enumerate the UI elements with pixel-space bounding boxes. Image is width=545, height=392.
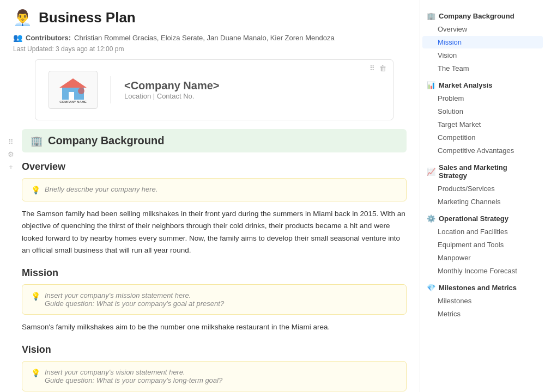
sidebar-group-market-analysis: 📊 Market Analysis Problem Solution Targe… — [420, 78, 545, 157]
sidebar-item-vision[interactable]: Vision — [422, 49, 543, 62]
mission-guide-text: Guide question: What is your company's g… — [45, 299, 224, 308]
sidebar-item-metrics[interactable]: Metrics — [422, 308, 543, 320]
sidebar-item-marketing-channels[interactable]: Marketing Channels — [422, 195, 543, 208]
vision-title: Vision — [22, 344, 407, 356]
sidebar-group-company-background-title[interactable]: 🏢 Company Background — [420, 9, 545, 22]
contributors-label: Contributors: — [26, 34, 71, 42]
page-emoji: 👨‍💼 — [13, 9, 32, 27]
svg-text:COMPANY NAME: COMPANY NAME — [59, 100, 86, 103]
company-background-icon: 🏢 — [31, 135, 43, 147]
add-gutter-icon[interactable]: + — [9, 163, 13, 171]
sidebar-item-manpower[interactable]: Manpower — [422, 252, 543, 264]
mission-section: Mission 💡 Insert your company's mission … — [22, 267, 407, 333]
settings-gutter-icon[interactable]: ⚙ — [8, 150, 14, 158]
sidebar: 🏢 Company Background Overview Mission Vi… — [420, 0, 545, 392]
sidebar-group-operational-strategy-title[interactable]: ⚙️ Operational Strategy — [420, 211, 545, 225]
sidebar-milestones-icon: 💎 — [427, 284, 435, 292]
delete-icon[interactable]: 🗑 — [379, 64, 386, 72]
company-name: <Company Name> — [124, 79, 220, 92]
mission-hint: 💡 Insert your company's mission statemen… — [22, 284, 407, 315]
sidebar-group-sales-marketing-title[interactable]: 📈 Sales and Marketing Strategy — [420, 160, 545, 182]
contributors-row: 👥 Contributors: Christian Rommel Gracias… — [0, 31, 420, 44]
svg-marker-0 — [59, 78, 87, 88]
sidebar-sales-icon: 📈 — [427, 168, 435, 176]
sidebar-group-milestones-metrics: 💎 Milestones and Metrics Milestones Metr… — [420, 280, 545, 320]
drag-gutter-icon[interactable]: ⠿ — [8, 138, 14, 146]
logo-section: ⠿ 🗑 COMPANY NAME <Company Name> — [35, 59, 393, 120]
sidebar-item-solution[interactable]: Solution — [422, 105, 543, 118]
left-gutter: ⠿ ⚙ + — [0, 129, 22, 392]
hint-bulb-icon: 💡 — [31, 186, 40, 194]
mission-hint-text: Insert your company's mission statement … — [45, 291, 224, 299]
overview-section: Overview 💡 Briefly describe your company… — [22, 161, 407, 256]
svg-point-3 — [78, 88, 84, 94]
sidebar-group-market-analysis-title[interactable]: 📊 Market Analysis — [420, 78, 545, 91]
sidebar-company-icon: 🏢 — [427, 12, 435, 20]
overview-hint-text: Briefly describe your company here. — [45, 185, 158, 193]
company-info: <Company Name> Location | Contact No. — [124, 79, 220, 100]
company-sub: Location | Contact No. — [124, 92, 220, 100]
overview-title: Overview — [22, 161, 407, 173]
vision-hint: 💡 Insert your company's vision statement… — [22, 361, 407, 391]
page-title: Business Plan — [39, 9, 136, 26]
sidebar-item-products-services[interactable]: Products/Services — [422, 182, 543, 195]
mission-hint-icon: 💡 — [31, 292, 40, 301]
drag-icon[interactable]: ⠿ — [370, 64, 375, 72]
vision-section: Vision 💡 Insert your company's vision st… — [22, 344, 407, 392]
sidebar-item-problem[interactable]: Problem — [422, 92, 543, 105]
contributors-icon: 👥 — [13, 33, 22, 42]
sidebar-operational-icon: ⚙️ — [427, 215, 435, 223]
overview-hint: 💡 Briefly describe your company here. — [22, 178, 407, 201]
overview-body: The Samson family had been selling milks… — [22, 208, 407, 256]
sidebar-item-target-market[interactable]: Target Market — [422, 118, 543, 131]
vision-hint-icon: 💡 — [31, 369, 40, 377]
sidebar-market-icon: 📊 — [427, 81, 435, 89]
contributors-names: Christian Rommel Gracias, Eloiza Serate,… — [74, 34, 335, 42]
sidebar-item-competitive-advantages[interactable]: Competitive Advantages — [422, 144, 543, 157]
sidebar-item-location-facilities[interactable]: Location and Facilities — [422, 225, 543, 238]
last-updated: Last Updated: 3 days ago at 12:00 pm — [0, 44, 420, 59]
svg-rect-2 — [69, 92, 74, 100]
mission-body: Samson's family milkshakes aim to be the… — [22, 321, 407, 333]
vision-hint-text: Insert your company's vision statement h… — [45, 368, 222, 376]
sidebar-group-milestones-metrics-title[interactable]: 💎 Milestones and Metrics — [420, 280, 545, 294]
company-background-header: 🏢 Company Background — [22, 129, 407, 152]
sidebar-item-overview[interactable]: Overview — [422, 23, 543, 35]
sidebar-item-equipment-tools[interactable]: Equipment and Tools — [422, 238, 543, 251]
sidebar-group-sales-marketing: 📈 Sales and Marketing Strategy Products/… — [420, 160, 545, 208]
sidebar-item-monthly-income-forecast[interactable]: Monthly Income Forecast — [422, 265, 543, 277]
sidebar-group-company-background: 🏢 Company Background Overview Mission Vi… — [420, 9, 545, 75]
sidebar-item-competition[interactable]: Competition — [422, 131, 543, 144]
section-controls[interactable]: ⠿ 🗑 — [370, 64, 386, 72]
logo-image: COMPANY NAME — [49, 71, 98, 109]
mission-title: Mission — [22, 267, 407, 279]
sidebar-item-milestones[interactable]: Milestones — [422, 295, 543, 307]
sidebar-item-mission[interactable]: Mission — [422, 36, 543, 48]
sidebar-group-operational-strategy: ⚙️ Operational Strategy Location and Fac… — [420, 211, 545, 277]
vision-guide-text: Guide question: What is your company's l… — [45, 376, 222, 384]
sidebar-item-the-team[interactable]: The Team — [422, 62, 543, 75]
company-background-title: Company Background — [48, 134, 164, 147]
